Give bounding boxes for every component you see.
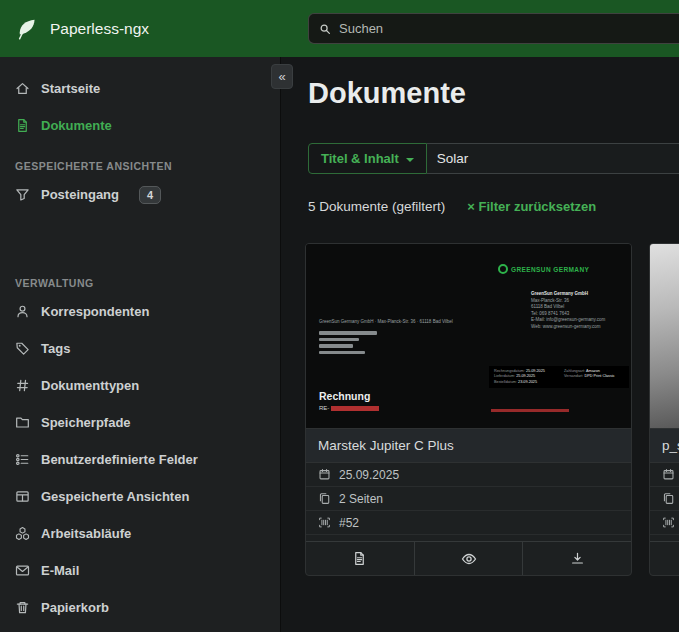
document-title[interactable]: Marstek Jupiter C Plus <box>306 429 631 463</box>
document-card[interactable]: GREENSUN GERMANY GreenSun Germany GmbH M… <box>305 243 632 576</box>
inbox-count-badge: 4 <box>139 186 161 204</box>
status-row: 5 Dokumente (gefiltert) × Filter zurücks… <box>308 199 596 214</box>
page-title: Dokumente <box>308 77 466 110</box>
sidebar-item-label: Tags <box>41 341 70 356</box>
pages-icon <box>662 492 675 505</box>
sidebar-item-papierkorb[interactable]: Papierkorb <box>0 589 280 626</box>
filter-field-label: Titel & Inhalt <box>321 151 399 166</box>
sidebar-item-dokumente[interactable]: Dokumente <box>0 107 280 144</box>
sidebar-item-label: Korrespondenten <box>41 304 149 319</box>
document-pages: 2 Seiten <box>339 492 383 506</box>
document-card[interactable]: p_s <box>649 243 679 576</box>
document-pages-row <box>650 487 679 511</box>
document-thumbnail[interactable]: GREENSUN GERMANY GreenSun Germany GmbH M… <box>306 244 631 429</box>
custom-fields-icon <box>15 452 30 467</box>
document-count: 5 Dokumente (gefiltert) <box>308 199 445 214</box>
sidebar-item-label: Gespeicherte Ansichten <box>41 489 189 504</box>
sidebar-item-label: Benutzerdefinierte Felder <box>41 452 198 467</box>
sidebar-item-dokumenttypen[interactable]: Dokumenttypen <box>0 367 280 404</box>
document-asn-row <box>650 511 679 535</box>
reset-filter-link[interactable]: × Filter zurücksetzen <box>467 199 596 214</box>
paperless-logo-icon <box>14 16 40 42</box>
redaction-bar <box>331 406 379 411</box>
invoice-heading: Rechnung <box>319 390 370 402</box>
top-header: Paperless-ngx <box>0 0 679 57</box>
edit-document-button[interactable] <box>650 542 679 575</box>
invoice-red-note <box>491 409 569 412</box>
calendar-icon <box>318 468 331 481</box>
download-icon <box>570 551 585 566</box>
section-saved-views: GESPEICHERTE ANSICHTEN <box>0 150 280 176</box>
tag-icon <box>15 341 30 356</box>
chevron-down-icon <box>406 158 414 162</box>
document-pages-row: 2 Seiten <box>306 487 631 511</box>
sidebar-item-label: Posteingang <box>41 187 119 202</box>
invoice-number: RE- <box>319 405 379 411</box>
sidebar-item-email[interactable]: E-Mail <box>0 552 280 589</box>
sidebar-item-benutzerdefinierte-felder[interactable]: Benutzerdefinierte Felder <box>0 441 280 478</box>
download-document-button[interactable] <box>523 542 631 575</box>
filter-query-input[interactable] <box>427 143 679 174</box>
envelope-icon <box>15 563 30 578</box>
window-grid-icon <box>15 489 30 504</box>
card-actions <box>650 541 679 575</box>
document-cards: GREENSUN GERMANY GreenSun Germany GmbH M… <box>305 243 679 576</box>
preview-document-button[interactable] <box>415 542 524 575</box>
document-thumbnail[interactable] <box>650 244 679 429</box>
sidebar-item-tags[interactable]: Tags <box>0 330 280 367</box>
sidebar-item-label: Speicherpfade <box>41 415 131 430</box>
global-search[interactable] <box>308 13 679 44</box>
hash-icon <box>15 378 30 393</box>
card-actions <box>306 541 631 575</box>
filter-field-dropdown[interactable]: Titel & Inhalt <box>308 143 427 174</box>
folder-icon <box>15 415 30 430</box>
sidebar-item-label: Dokumenttypen <box>41 378 139 393</box>
section-management: VERWALTUNG <box>0 267 280 293</box>
sidebar-collapse-button[interactable]: « <box>271 64 293 89</box>
eye-icon <box>461 551 477 567</box>
person-icon <box>15 304 30 319</box>
home-icon <box>15 81 30 96</box>
sidebar-item-label: Startseite <box>41 81 100 96</box>
sidebar-item-speicherpfade[interactable]: Speicherpfade <box>0 404 280 441</box>
calendar-icon <box>662 468 675 481</box>
main-content: Dokumente Titel & Inhalt 5 Dokumente (ge… <box>282 57 679 632</box>
greensun-logo-mark-icon <box>498 264 508 274</box>
search-icon <box>318 22 332 36</box>
funnel-icon <box>15 187 30 202</box>
edit-document-button[interactable] <box>306 542 415 575</box>
document-asn: #52 <box>339 516 359 530</box>
sidebar-item-gespeicherte-ansichten[interactable]: Gespeicherte Ansichten <box>0 478 280 515</box>
document-date-row <box>650 463 679 487</box>
app-title: Paperless-ngx <box>50 20 149 38</box>
barcode-icon <box>318 516 331 529</box>
invoice-logo: GREENSUN GERMANY <box>498 264 589 274</box>
global-search-input[interactable] <box>339 21 679 36</box>
document-date-row: 25.09.2025 <box>306 463 631 487</box>
document-date: 25.09.2025 <box>339 468 399 482</box>
invoice-sender-line: GreenSun Germany GmbH · Max-Planck-Str. … <box>319 319 453 324</box>
redacted-text-lines <box>319 331 377 357</box>
document-asn-row: #52 <box>306 511 631 535</box>
sidebar-item-startseite[interactable]: Startseite <box>0 70 280 107</box>
document-icon <box>15 118 30 133</box>
sidebar: Startseite Dokumente GESPEICHERTE ANSICH… <box>0 57 281 632</box>
document-title[interactable]: p_s <box>650 429 679 463</box>
file-text-icon <box>352 551 367 566</box>
pages-icon <box>318 492 331 505</box>
sidebar-item-label: Dokumente <box>41 118 112 133</box>
sidebar-item-label: E-Mail <box>41 563 79 578</box>
workflow-boxes-icon <box>15 526 30 541</box>
filter-row: Titel & Inhalt <box>308 143 679 174</box>
invoice-address-block: GreenSun Germany GmbH Max-Planck-Str. 36… <box>531 291 616 330</box>
trash-icon <box>15 600 30 615</box>
sidebar-item-label: Papierkorb <box>41 600 109 615</box>
barcode-icon <box>662 516 675 529</box>
invoice-info-table: Rechnungsdatum: 25.09.2025 Lieferdatum: … <box>489 366 629 388</box>
sidebar-item-label: Arbeitsabläufe <box>41 526 131 541</box>
sidebar-item-korrespondenten[interactable]: Korrespondenten <box>0 293 280 330</box>
sidebar-item-arbeitsablaeufe[interactable]: Arbeitsabläufe <box>0 515 280 552</box>
sidebar-item-posteingang[interactable]: Posteingang 4 <box>0 176 280 213</box>
